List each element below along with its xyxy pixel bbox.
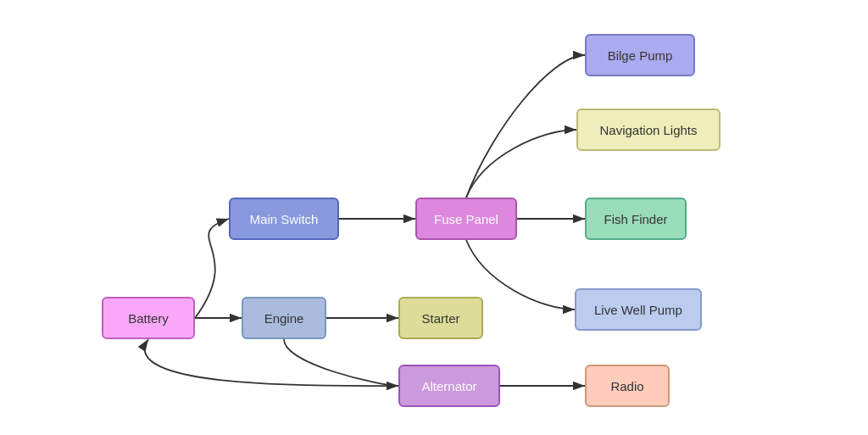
node-radio[interactable]: Radio — [585, 365, 670, 407]
node-fusepanel[interactable]: Fuse Panel — [415, 198, 517, 240]
node-bilgepump[interactable]: Bilge Pump — [585, 34, 695, 76]
node-fishfinder[interactable]: Fish Finder — [585, 198, 687, 240]
node-navlights[interactable]: Navigation Lights — [576, 109, 721, 151]
arrow-fusepanel-navlights — [466, 130, 576, 198]
node-battery[interactable]: Battery — [102, 297, 195, 339]
node-starter[interactable]: Starter — [398, 297, 483, 339]
arrow-fusepanel-bilgepump — [466, 55, 585, 198]
node-livewellpump[interactable]: Live Well Pump — [575, 288, 702, 331]
arrow-alternator-battery — [145, 339, 398, 386]
node-engine[interactable]: Engine — [242, 297, 326, 339]
arrow-battery-mainswitch — [195, 219, 229, 318]
node-mainswitch[interactable]: Main Switch — [229, 198, 339, 240]
node-alternator[interactable]: Alternator — [398, 365, 500, 407]
arrow-engine-alternator — [284, 339, 398, 386]
diagram-container: BatteryMain SwitchFuse PanelEngineStarte… — [0, 0, 868, 435]
